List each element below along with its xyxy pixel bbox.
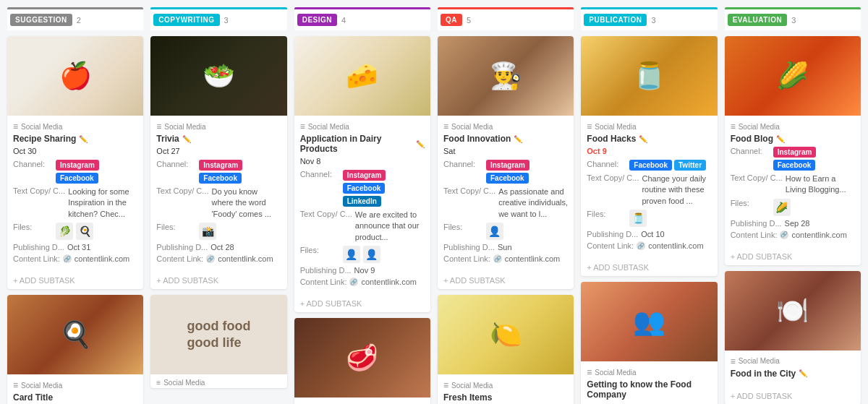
add-subtask-button[interactable]: + ADD SUBTASK: [581, 259, 717, 276]
card-getting-to-know: 👥Social MediaGetting to know the Food Co…: [581, 282, 717, 404]
add-subtask-button[interactable]: + ADD SUBTASK: [7, 272, 143, 289]
card-body-food-blog: Social MediaFood Blog✏️Channel:Instagram…: [725, 116, 861, 248]
card-pub-row: Publishing D...Sun: [443, 243, 568, 252]
card-tags: InstagramFacebookLinkedIn: [343, 170, 425, 207]
card-channel-row: Channel:InstagramFacebook: [443, 160, 568, 184]
card-link-row: Content Link: 🔗 contentlink.com: [731, 231, 855, 239]
column-header-design: DESIGN 4: [294, 7, 430, 30]
card-body-recipe-sharing: Social MediaRecipe Sharing✏️Oct 30Channe…: [7, 116, 143, 272]
file-thumb: 👤: [363, 246, 380, 263]
card-title-card-second-1: Card Title: [13, 392, 137, 403]
column-label-qa: QA: [441, 14, 462, 26]
edit-icon[interactable]: ✏️: [416, 140, 425, 148]
card-channel-row: Channel:FacebookTwitter: [587, 160, 711, 171]
edit-icon[interactable]: ✏️: [639, 135, 647, 143]
card-tags: InstagramFacebook: [199, 160, 281, 184]
card-files-row: Files:🥬🍳: [13, 223, 137, 240]
card-files: 🌽: [773, 199, 791, 216]
card-image-card-second-4: 🍋: [438, 295, 574, 374]
card-food-in-city: 🍽️Social MediaFood in the City✏️+ ADD SU…: [725, 271, 861, 404]
column-header-evaluation: EVALUATION 3: [725, 7, 861, 30]
card-files: 🥬🍳: [56, 223, 93, 240]
card-title-trivia: Trivia✏️: [156, 134, 281, 144]
column-label-publication: PUBLICATION: [584, 14, 647, 26]
card-channel-row: Channel:InstagramFacebook: [13, 160, 137, 184]
card-body-card-second-4: Social MediaFresh Items: [438, 374, 574, 404]
card-category: Social Media: [731, 356, 855, 366]
good-food-image: good foodgood life: [150, 295, 286, 374]
tag-instagram: Instagram: [343, 170, 386, 181]
card-tags: InstagramFacebook: [773, 147, 855, 171]
file-thumb: 🫙: [629, 210, 647, 227]
column-count-publication: 3: [651, 16, 655, 25]
card-pub-row: Publishing D...Nov 9: [300, 266, 425, 275]
file-thumb: 🥬: [56, 223, 73, 240]
card-title-food-innovation: Food Innovation✏️: [443, 134, 568, 144]
column-header-suggestion: SUGGESTION 2: [7, 7, 143, 30]
card-category: Social Media: [300, 121, 425, 132]
column-count-design: 4: [341, 16, 346, 25]
column-count-evaluation: 3: [791, 16, 796, 25]
card-image-card-second-3: 🥩: [294, 318, 430, 397]
file-thumb: 📸: [199, 223, 216, 240]
card-pub-row: Publishing D...Oct 28: [156, 243, 281, 252]
tag-facebook: Facebook: [199, 173, 242, 184]
tag-instagram: Instagram: [773, 147, 817, 158]
edit-icon[interactable]: ✏️: [776, 135, 785, 143]
card-body-trivia: Social MediaTrivia✏️Oct 27Channel:Instag…: [150, 116, 286, 272]
card-files-row: Files:👤👤: [300, 246, 425, 263]
card-card-second-2: good foodgood life≡Social Media: [150, 295, 286, 388]
card-body-food-in-city: Social MediaFood in the City✏️: [725, 351, 861, 387]
file-thumb: 👤: [486, 223, 503, 240]
card-image-food-innovation: 👨‍🍳: [438, 36, 574, 116]
tag-facebook: Facebook: [629, 160, 672, 171]
card-date: Nov 8: [300, 157, 425, 166]
card-link-row: Content Link: 🔗 contentlink.com: [587, 241, 711, 250]
card-image-recipe-sharing: 🍎: [7, 36, 143, 116]
card-text-row: Text Copy/ C...As passionate and creativ…: [443, 186, 568, 220]
column-header-publication: PUBLICATION 3: [581, 7, 717, 30]
column-copywriting: COPYWRITING 3 🥗Social MediaTrivia✏️Oct 2…: [150, 7, 286, 404]
column-count-suggestion: 2: [77, 16, 81, 25]
tag-instagram: Instagram: [56, 160, 99, 171]
add-subtask-button[interactable]: + ADD SUBTASK: [438, 272, 574, 289]
file-thumb: 🍳: [76, 223, 93, 240]
card-channel-row: Channel:InstagramFacebook: [156, 160, 281, 184]
card-files: 👤👤: [343, 246, 380, 263]
card-category: Social Media: [13, 380, 137, 390]
file-thumb: 🌽: [773, 199, 791, 216]
column-qa: QA 5 👨‍🍳Social MediaFood Innovation✏️Sat…: [438, 7, 574, 404]
tag-facebook: Facebook: [56, 173, 98, 184]
add-subtask-button[interactable]: + ADD SUBTASK: [150, 272, 286, 289]
card-files-row: Files:🫙: [587, 210, 711, 227]
link-icon: 🔗: [493, 254, 502, 263]
tag-instagram: Instagram: [486, 160, 529, 171]
card-image-card-second-1: 🍳: [7, 295, 143, 374]
card-channel-row: Channel:InstagramFacebook: [731, 147, 855, 171]
card-food-hacks: 🫙Social MediaFood Hacks✏️Oct 9Channel:Fa…: [581, 36, 717, 276]
card-files-row: Files:🌽: [731, 199, 855, 216]
add-subtask-button[interactable]: + ADD SUBTASK: [725, 387, 861, 404]
card-channel-row: Channel:InstagramFacebookLinkedIn: [300, 170, 425, 207]
column-label-design: DESIGN: [297, 14, 337, 26]
add-subtask-button[interactable]: + ADD SUBTASK: [294, 295, 430, 312]
column-header-copywriting: COPYWRITING 3: [150, 7, 286, 30]
card-text-row: Text Copy/ C...Looking for some Inspirat…: [13, 186, 137, 220]
card-body-card-second-1: Social MediaCard Title: [7, 374, 143, 404]
card-dairy-products: 🧀Social MediaApplication in Dairy Produc…: [294, 36, 430, 312]
card-text-row: Text Copy/ C...Do you know where the wor…: [156, 186, 281, 220]
column-evaluation: EVALUATION 3 🌽Social MediaFood Blog✏️Cha…: [725, 7, 861, 404]
card-category: Social Media: [587, 121, 711, 132]
card-link-row: Content Link: 🔗 contentlink.com: [156, 254, 281, 263]
card-pub-row: Publishing D...Oct 31: [13, 243, 137, 252]
card-image-food-in-city: 🍽️: [725, 271, 861, 351]
edit-icon[interactable]: ✏️: [799, 369, 807, 377]
edit-icon[interactable]: ✏️: [514, 135, 522, 143]
card-body-food-innovation: Social MediaFood Innovation✏️SatChannel:…: [438, 116, 574, 272]
edit-icon[interactable]: ✏️: [79, 135, 88, 143]
column-label-suggestion: SUGGESTION: [10, 14, 72, 26]
card-title-food-hacks: Food Hacks✏️: [587, 134, 711, 144]
column-suggestion: SUGGESTION 2 🍎Social MediaRecipe Sharing…: [7, 7, 143, 404]
add-subtask-button[interactable]: + ADD SUBTASK: [725, 248, 861, 265]
edit-icon[interactable]: ✏️: [182, 135, 191, 143]
